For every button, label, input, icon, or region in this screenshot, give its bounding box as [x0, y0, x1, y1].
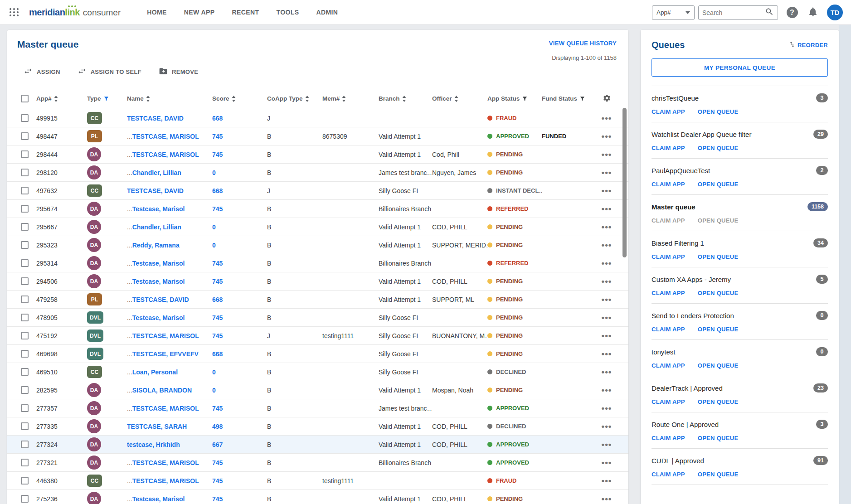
row-menu-button[interactable]: ••• [593, 242, 620, 248]
score-link[interactable]: 745 [212, 477, 223, 485]
score-link[interactable]: 668 [212, 350, 223, 358]
score-link[interactable]: 0 [212, 223, 216, 231]
row-checkbox[interactable] [21, 241, 29, 249]
column-label[interactable]: App# [36, 95, 52, 102]
name-link[interactable]: Testcase, Marisol [132, 278, 185, 285]
assign-to-self-button[interactable]: ASSIGN TO SELF [78, 67, 141, 77]
name-link[interactable]: SISOLA, BRANDON [132, 387, 192, 394]
score-link[interactable]: 745 [212, 332, 223, 339]
sort-icon[interactable] [232, 96, 236, 102]
claim-app-link[interactable]: CLAIM APP [652, 471, 685, 478]
name-link[interactable]: Testcase, Marisol [132, 495, 185, 503]
claim-app-link[interactable]: CLAIM APP [652, 290, 685, 296]
name-link[interactable]: TESTCASE, MARISOL [132, 405, 199, 412]
app-grid-icon[interactable] [8, 6, 20, 18]
open-queue-link[interactable]: OPEN QUEUE [698, 362, 739, 369]
row-menu-button[interactable]: ••• [593, 369, 620, 375]
score-link[interactable]: 0 [212, 368, 216, 376]
claim-app-link[interactable]: CLAIM APP [652, 253, 685, 260]
row-checkbox[interactable] [21, 169, 29, 176]
score-link[interactable]: 0 [212, 242, 216, 249]
column-label[interactable]: CoApp Type [267, 95, 303, 102]
sort-icon[interactable] [342, 96, 346, 102]
user-avatar[interactable]: TD [827, 5, 843, 20]
my-personal-queue-button[interactable]: MY PERSONAL QUEUE [652, 58, 828, 77]
row-menu-button[interactable]: ••• [593, 297, 620, 302]
filter-icon[interactable] [579, 96, 585, 102]
column-label[interactable]: Type [87, 95, 101, 102]
row-menu-button[interactable]: ••• [593, 496, 620, 502]
name-link[interactable]: TESTCASE, MARISOL [132, 477, 199, 485]
name-link[interactable]: Loan, Personal [132, 368, 178, 376]
row-menu-button[interactable]: ••• [593, 478, 620, 484]
column-label[interactable]: Officer [432, 95, 452, 102]
row-menu-button[interactable]: ••• [593, 333, 620, 339]
row-checkbox[interactable] [21, 277, 29, 285]
open-queue-link[interactable]: OPEN QUEUE [698, 290, 739, 296]
row-checkbox[interactable] [21, 223, 29, 231]
score-link[interactable]: 745 [212, 495, 223, 503]
row-checkbox[interactable] [21, 205, 29, 213]
nav-home[interactable]: HOME [147, 9, 167, 16]
filter-icon[interactable] [522, 96, 528, 102]
column-label[interactable]: App Status [487, 95, 520, 102]
sort-icon[interactable] [54, 96, 58, 102]
view-queue-history-link[interactable]: VIEW QUEUE HISTORY [549, 40, 617, 47]
select-all-checkbox[interactable] [21, 95, 29, 102]
sort-icon[interactable] [454, 96, 458, 102]
help-button[interactable]: ? [785, 6, 799, 19]
claim-app-link[interactable]: CLAIM APP [652, 435, 685, 441]
claim-app-link[interactable]: CLAIM APP [652, 326, 685, 333]
name-link[interactable]: TESTCASE, DAVID [127, 115, 184, 122]
score-link[interactable]: 498 [212, 423, 223, 430]
open-queue-link[interactable]: OPEN QUEUE [698, 145, 739, 151]
row-menu-button[interactable]: ••• [593, 315, 620, 320]
nav-recent[interactable]: RECENT [232, 9, 259, 16]
row-checkbox[interactable] [21, 314, 29, 321]
row-checkbox[interactable] [21, 368, 29, 376]
score-link[interactable]: 667 [212, 441, 223, 448]
row-checkbox[interactable] [21, 404, 29, 412]
row-menu-button[interactable]: ••• [593, 388, 620, 393]
score-link[interactable]: 745 [212, 151, 223, 158]
score-link[interactable]: 745 [212, 133, 223, 140]
name-link[interactable]: Testcase, Marisol [132, 314, 185, 321]
row-menu-button[interactable]: ••• [593, 188, 620, 194]
claim-app-link[interactable]: CLAIM APP [652, 362, 685, 369]
name-link[interactable]: TESTCASE, MARISOL [132, 332, 199, 339]
nav-admin[interactable]: ADMIN [316, 9, 338, 16]
score-link[interactable]: 668 [212, 115, 223, 122]
row-checkbox[interactable] [21, 332, 29, 339]
claim-app-link[interactable]: CLAIM APP [652, 181, 685, 188]
name-link[interactable]: Testcase, Marisol [132, 205, 185, 213]
assign-button[interactable]: ASSIGN [24, 67, 60, 77]
name-link[interactable]: Chandler, Lillian [132, 223, 181, 231]
reorder-button[interactable]: REORDER [788, 41, 828, 50]
score-link[interactable]: 745 [212, 405, 223, 412]
table-scrollbar-thumb[interactable] [622, 108, 627, 257]
score-link[interactable]: 745 [212, 459, 223, 466]
name-link[interactable]: TESTCASE, DAVID [127, 187, 184, 194]
row-checkbox[interactable] [21, 114, 29, 122]
name-link[interactable]: TESTCASE, MARISOL [132, 133, 199, 140]
sort-icon[interactable] [402, 96, 406, 102]
open-queue-link[interactable]: OPEN QUEUE [698, 326, 739, 333]
score-link[interactable]: 0 [212, 169, 216, 176]
row-checkbox[interactable] [21, 422, 29, 430]
row-menu-button[interactable]: ••• [593, 279, 620, 284]
score-link[interactable]: 745 [212, 278, 223, 285]
row-menu-button[interactable]: ••• [593, 206, 620, 212]
filter-icon[interactable] [103, 96, 109, 102]
score-link[interactable]: 668 [212, 187, 223, 194]
row-checkbox[interactable] [21, 150, 29, 158]
claim-app-link[interactable]: CLAIM APP [652, 108, 685, 115]
row-menu-button[interactable]: ••• [593, 152, 620, 157]
sort-icon[interactable] [305, 96, 309, 102]
row-menu-button[interactable]: ••• [593, 224, 620, 230]
name-link[interactable]: TESTCASE, EFVVEFV [132, 350, 199, 358]
row-menu-button[interactable]: ••• [593, 134, 620, 139]
row-menu-button[interactable]: ••• [593, 406, 620, 411]
claim-app-link[interactable]: CLAIM APP [652, 145, 685, 151]
row-checkbox[interactable] [21, 350, 29, 358]
row-menu-button[interactable]: ••• [593, 261, 620, 266]
